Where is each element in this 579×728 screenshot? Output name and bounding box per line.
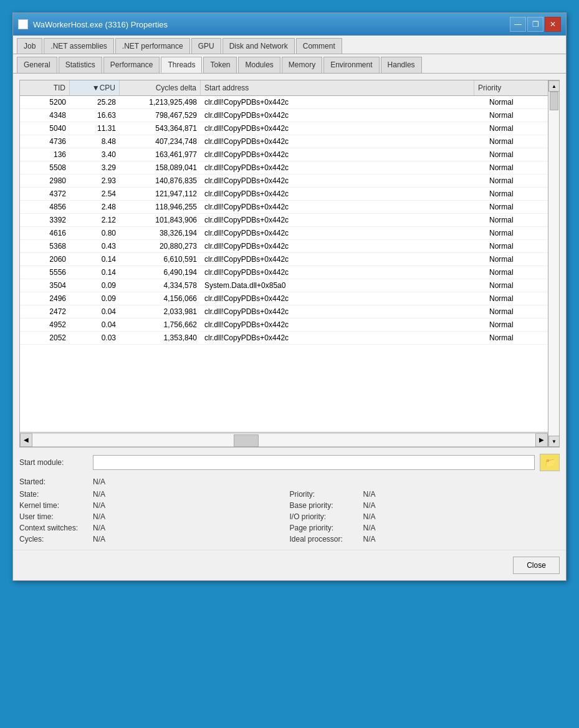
cpu-cell: 0.09 bbox=[70, 292, 120, 305]
horizontal-scroll-thumb[interactable] bbox=[234, 434, 259, 447]
priority-value: N/A bbox=[363, 490, 376, 499]
tid-cell: 2980 bbox=[20, 175, 70, 187]
table-row[interactable]: 2472 0.04 2,033,981 clr.dll!CopyPDBs+0x4… bbox=[20, 305, 548, 318]
tid-cell: 5368 bbox=[20, 240, 70, 252]
window-icon: W bbox=[18, 19, 28, 29]
window-title: WaWorkerHost.exe (3316) Properties bbox=[33, 20, 168, 29]
vertical-scroll-track[interactable] bbox=[548, 92, 559, 436]
table-row[interactable]: 5368 0.43 20,880,273 clr.dll!CopyPDBs+0x… bbox=[20, 240, 548, 253]
tab-comment[interactable]: Comment bbox=[296, 38, 342, 54]
priority-row: Priority: N/A bbox=[290, 490, 560, 499]
tab-threads[interactable]: Threads bbox=[161, 57, 202, 73]
table-row[interactable]: 4736 8.48 407,234,748 clr.dll!CopyPDBs+0… bbox=[20, 135, 548, 148]
cycles-delta-cell: 798,467,529 bbox=[120, 109, 201, 122]
table-row[interactable]: 5508 3.29 158,089,041 clr.dll!CopyPDBs+0… bbox=[20, 161, 548, 175]
scroll-right-button[interactable]: ▶ bbox=[535, 433, 548, 447]
info-right: Priority: N/A Base priority: N/A I/O pri… bbox=[290, 490, 560, 544]
minimize-button[interactable]: — bbox=[510, 17, 526, 32]
tid-cell: 2060 bbox=[20, 253, 70, 266]
table-row[interactable]: 4616 0.80 38,326,194 clr.dll!CopyPDBs+0x… bbox=[20, 227, 548, 240]
tab-token[interactable]: Token bbox=[203, 57, 237, 73]
started-row: Started: N/A bbox=[19, 477, 560, 486]
priority-cell: Normal bbox=[486, 109, 548, 122]
info-left: State: N/A Kernel time: N/A User time: N… bbox=[19, 490, 290, 544]
table-row[interactable]: 4856 2.48 118,946,255 clr.dll!CopyPDBs+0… bbox=[20, 201, 548, 214]
table-row[interactable]: 5556 0.14 6,490,194 clr.dll!CopyPDBs+0x4… bbox=[20, 266, 548, 279]
tab-statistics[interactable]: Statistics bbox=[59, 57, 102, 73]
table-main: TID ▼CPU Cycles delta Start address Prio… bbox=[20, 80, 548, 447]
col-priority[interactable]: Priority bbox=[474, 80, 537, 95]
priority-cell: Normal bbox=[486, 188, 548, 200]
table-header: TID ▼CPU Cycles delta Start address Prio… bbox=[20, 80, 548, 96]
table-row[interactable]: 4372 2.54 121,947,112 clr.dll!CopyPDBs+0… bbox=[20, 188, 548, 201]
table-row[interactable]: 5200 25.28 1,213,925,498 clr.dll!CopyPDB… bbox=[20, 96, 548, 109]
cpu-cell: 3.29 bbox=[70, 161, 120, 174]
cpu-cell: 0.14 bbox=[70, 266, 120, 279]
cycles-delta-cell: 163,461,977 bbox=[120, 148, 201, 161]
vertical-scroll-thumb[interactable] bbox=[550, 92, 558, 110]
tab-performance[interactable]: Performance bbox=[103, 57, 160, 73]
table-row[interactable]: 2496 0.09 4,156,066 clr.dll!CopyPDBs+0x4… bbox=[20, 292, 548, 305]
cycles-delta-cell: 20,880,273 bbox=[120, 240, 201, 252]
tab-general[interactable]: General bbox=[17, 57, 57, 73]
table-row[interactable]: 5040 11.31 543,364,871 clr.dll!CopyPDBs+… bbox=[20, 122, 548, 135]
start-address-cell: clr.dll!CopyPDBs+0x442c bbox=[201, 214, 486, 226]
started-label: Started: bbox=[19, 477, 88, 486]
table-row[interactable]: 2060 0.14 6,610,591 clr.dll!CopyPDBs+0x4… bbox=[20, 253, 548, 266]
start-address-cell: clr.dll!CopyPDBs+0x442c bbox=[201, 253, 486, 266]
horizontal-scrollbar[interactable]: ◀ ▶ bbox=[20, 432, 548, 447]
table-row[interactable]: 136 3.40 163,461,977 clr.dll!CopyPDBs+0x… bbox=[20, 148, 548, 161]
tab-gpu[interactable]: GPU bbox=[191, 38, 221, 54]
priority-cell: Normal bbox=[486, 135, 548, 148]
horizontal-scroll-track[interactable] bbox=[32, 433, 535, 447]
title-close-button[interactable]: ✕ bbox=[545, 17, 561, 32]
cpu-cell: 2.12 bbox=[70, 214, 120, 226]
table-row[interactable]: 4348 16.63 798,467,529 clr.dll!CopyPDBs+… bbox=[20, 109, 548, 122]
start-module-row: Start module: 📁 bbox=[19, 454, 560, 471]
cycles-delta-cell: 118,946,255 bbox=[120, 201, 201, 213]
io-priority-label: I/O priority: bbox=[290, 512, 358, 521]
folder-button[interactable]: 📁 bbox=[540, 454, 560, 471]
start-address-cell: clr.dll!CopyPDBs+0x442c bbox=[201, 109, 486, 122]
start-address-cell: clr.dll!CopyPDBs+0x442c bbox=[201, 135, 486, 148]
bottom-tab-bar: General Statistics Performance Threads T… bbox=[13, 54, 566, 74]
maximize-button[interactable]: ❐ bbox=[527, 17, 543, 32]
priority-cell: Normal bbox=[486, 201, 548, 213]
table-row[interactable]: 4952 0.04 1,756,662 clr.dll!CopyPDBs+0x4… bbox=[20, 318, 548, 332]
scroll-down-button[interactable]: ▼ bbox=[548, 436, 560, 447]
cycles-delta-cell: 101,843,906 bbox=[120, 214, 201, 226]
tab-memory[interactable]: Memory bbox=[282, 57, 322, 73]
tid-cell: 2472 bbox=[20, 305, 70, 318]
tab-handles[interactable]: Handles bbox=[381, 57, 422, 73]
base-priority-label: Base priority: bbox=[290, 501, 358, 510]
scroll-left-button[interactable]: ◀ bbox=[20, 433, 32, 447]
table-row[interactable]: 2980 2.93 140,876,835 clr.dll!CopyPDBs+0… bbox=[20, 175, 548, 188]
table-row[interactable]: 3504 0.09 4,334,578 System.Data.dll+0x85… bbox=[20, 279, 548, 292]
start-address-cell: clr.dll!CopyPDBs+0x442c bbox=[201, 292, 486, 305]
cycles-delta-cell: 6,490,194 bbox=[120, 266, 201, 279]
cycles-value: N/A bbox=[93, 535, 105, 544]
cycles-delta-cell: 1,213,925,498 bbox=[120, 96, 201, 108]
scroll-up-button[interactable]: ▲ bbox=[548, 80, 560, 92]
tab-job[interactable]: Job bbox=[17, 38, 42, 54]
col-start-address[interactable]: Start address bbox=[201, 80, 474, 95]
tab-net-performance[interactable]: .NET performance bbox=[115, 38, 190, 54]
main-window: W WaWorkerHost.exe (3316) Properties — ❐… bbox=[12, 12, 567, 581]
tab-modules[interactable]: Modules bbox=[238, 57, 280, 73]
thread-table-container: TID ▼CPU Cycles delta Start address Prio… bbox=[19, 80, 560, 448]
col-tid[interactable]: TID bbox=[20, 80, 70, 95]
close-button[interactable]: Close bbox=[513, 557, 560, 574]
table-row[interactable]: 3392 2.12 101,843,906 clr.dll!CopyPDBs+0… bbox=[20, 214, 548, 227]
priority-cell: Normal bbox=[486, 279, 548, 292]
tab-disk-and-network[interactable]: Disk and Network bbox=[223, 38, 295, 54]
table-row[interactable]: 2052 0.03 1,353,840 clr.dll!CopyPDBs+0x4… bbox=[20, 332, 548, 345]
tab-environment[interactable]: Environment bbox=[323, 57, 379, 73]
tab-net-assemblies[interactable]: .NET assemblies bbox=[44, 38, 113, 54]
col-cpu[interactable]: ▼CPU bbox=[70, 80, 120, 95]
cycles-delta-cell: 1,353,840 bbox=[120, 332, 201, 344]
ideal-processor-value: N/A bbox=[363, 535, 376, 544]
start-module-input[interactable] bbox=[93, 455, 535, 470]
tid-cell: 5556 bbox=[20, 266, 70, 279]
cycles-delta-cell: 158,089,041 bbox=[120, 161, 201, 174]
col-cycles-delta[interactable]: Cycles delta bbox=[120, 80, 201, 95]
